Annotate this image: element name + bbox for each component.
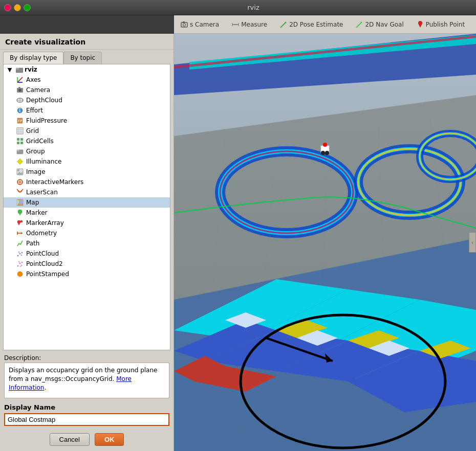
description-box: Displays an occupancy grid on the ground… [4, 363, 169, 398]
window-controls[interactable] [4, 4, 31, 11]
list-item[interactable]: FP FluidPressure [4, 116, 170, 126]
marker-array-icon [16, 219, 24, 227]
svg-line-8 [356, 22, 362, 28]
svg-rect-37 [17, 150, 19, 151]
list-item[interactable]: PointStamped [4, 269, 170, 279]
svg-rect-13 [16, 68, 19, 70]
cancel-button[interactable]: Cancel [50, 433, 90, 446]
svg-rect-0 [181, 22, 187, 27]
tree-root-label: rviz [25, 66, 37, 73]
map-icon [16, 198, 24, 207]
svg-rect-32 [17, 138, 19, 141]
list-item[interactable]: Axes [4, 75, 170, 85]
tree-item-label: Illuminance [26, 158, 61, 165]
tree-item-label: FluidPressure [26, 117, 67, 124]
list-item[interactable]: PointCloud [4, 249, 170, 259]
list-item[interactable]: Group [4, 146, 170, 156]
effort-icon: E [16, 106, 24, 115]
publish-point-icon [416, 20, 424, 29]
display-name-input[interactable] [4, 413, 169, 426]
gridcells-icon [16, 137, 24, 145]
svg-point-69 [18, 261, 20, 263]
image-icon [16, 168, 24, 176]
description-period: . [44, 384, 46, 391]
tree-item-label: Group [26, 148, 45, 155]
description-text: Displays an occupancy grid on the ground… [9, 367, 157, 382]
svg-point-38 [18, 160, 22, 164]
expand-icon: ▼ [6, 65, 14, 74]
list-item[interactable]: DepthCloud [4, 95, 170, 105]
svg-point-10 [418, 21, 422, 25]
list-item[interactable]: GridCells [4, 136, 170, 146]
svg-point-66 [21, 255, 23, 256]
nav-goal-icon [355, 20, 363, 29]
svg-marker-11 [419, 25, 422, 28]
list-item[interactable]: InteractiveMarkers [4, 177, 170, 187]
interactive-markers-icon [16, 178, 24, 186]
add-tool-button[interactable]: + [474, 18, 476, 30]
pointstamped-icon [16, 270, 24, 278]
list-item[interactable]: Odometry [4, 228, 170, 238]
odometry-icon [16, 229, 24, 237]
tree-item-label: Effort [26, 107, 43, 114]
svg-point-54 [18, 210, 22, 214]
list-item[interactable]: LaserScan [4, 187, 170, 197]
list-item[interactable]: Camera [4, 85, 170, 95]
close-button[interactable] [4, 4, 11, 11]
list-item[interactable]: Marker [4, 208, 170, 218]
toolbar-publish-point[interactable]: Publish Point [413, 19, 468, 30]
svg-rect-27 [17, 128, 23, 134]
tab-by-topic[interactable]: By topic [63, 52, 102, 64]
svg-point-44 [17, 169, 19, 171]
tree-root[interactable]: ▼ rviz [4, 64, 170, 75]
measure-label: Measure [241, 21, 267, 28]
depthcloud-icon [16, 96, 24, 104]
tree-item-label: Image [26, 168, 46, 175]
list-item[interactable]: PointCloud2 [4, 259, 170, 269]
tree-item-label: Axes [26, 76, 41, 83]
maximize-button[interactable] [24, 4, 31, 11]
svg-rect-33 [20, 138, 23, 141]
svg-point-70 [21, 262, 23, 263]
svg-point-67 [17, 265, 19, 267]
minimize-button[interactable] [14, 4, 21, 11]
toolbar-measure[interactable]: Measure [228, 19, 270, 30]
toolbar-nav-goal[interactable]: 2D Nav Goal [352, 19, 406, 30]
tree-item-label: GridCells [26, 138, 54, 145]
dialog-title: Create visualization [0, 34, 174, 50]
tab-by-display-type[interactable]: By display type [3, 52, 63, 64]
title-bar: rviz [0, 0, 476, 15]
measure-icon [231, 20, 240, 29]
publish-point-label: Publish Point [426, 21, 465, 28]
pointcloud-icon [16, 250, 24, 258]
tree-item-label: Marker [26, 209, 47, 216]
camera-icon [180, 20, 188, 29]
svg-rect-35 [20, 142, 23, 144]
ok-button[interactable]: OK [95, 433, 124, 446]
svg-point-99 [325, 151, 329, 155]
axes-icon [16, 76, 24, 84]
list-item[interactable]: Image [4, 167, 170, 177]
tree-item-label: Camera [26, 86, 50, 94]
list-item[interactable]: MarkerArray [4, 218, 170, 228]
svg-point-62 [17, 255, 19, 257]
tree-item-label: PointStamped [26, 270, 69, 278]
side-panel-toggle[interactable]: ‹ [469, 232, 476, 253]
list-item[interactable]: Grid [4, 126, 170, 136]
group-icon [16, 147, 24, 155]
list-item[interactable]: Map [4, 197, 170, 208]
svg-rect-19 [18, 87, 20, 88]
nav-goal-label: 2D Nav Goal [365, 21, 403, 28]
3d-view[interactable]: ‹ [174, 34, 476, 451]
camera-label: s Camera [190, 21, 219, 28]
tree-item-label: Grid [26, 127, 39, 134]
list-item[interactable]: E Effort [4, 105, 170, 116]
toolbar-pose-estimate[interactable]: 2D Pose Estimate [276, 19, 346, 30]
svg-rect-34 [17, 142, 19, 144]
tree-item-label: InteractiveMarkers [26, 178, 83, 186]
list-item[interactable]: Illuminance [4, 156, 170, 167]
laserscan-icon [16, 188, 24, 196]
main-layout: Create visualization By display type By … [0, 34, 476, 451]
list-item[interactable]: Path [4, 238, 170, 249]
toolbar-camera[interactable]: s Camera [177, 19, 222, 30]
